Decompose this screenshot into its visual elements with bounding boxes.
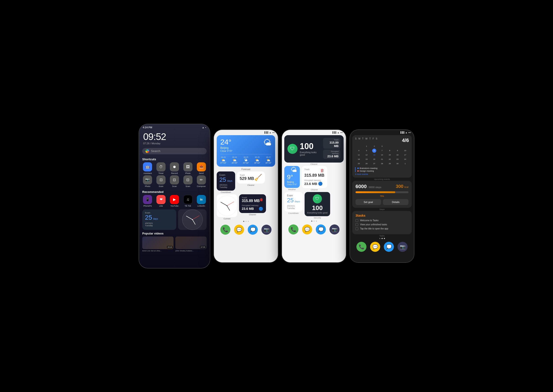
p3-occ-val: 23.6 MB: [325, 154, 339, 158]
p4-calendar-widget: SMTWTFS 4/6 1 2 3 4 5 6 7 8: [352, 135, 412, 178]
p3-dock-msg[interactable]: 💬: [302, 224, 312, 234]
p1-search-bar[interactable]: Search: [142, 148, 207, 154]
app-tiktok[interactable]: ♫ Tik Tok: [182, 195, 194, 207]
p4-cal-10: 7: [380, 149, 384, 153]
p4-checkbox-1[interactable]: [356, 219, 358, 222]
p3-countdown-label: Countdown: [284, 212, 303, 214]
forecast-temp-4: 29°/18°: [254, 162, 260, 164]
p2-countdown-container: Exam 25 days 4/6/2021 Tuesday Countdown: [217, 171, 235, 193]
app-like[interactable]: ❤ Like: [155, 195, 167, 207]
p3-cl-trash-icon: 🗑: [320, 168, 324, 173]
app-scan1[interactable]: ⊡ Scan: [155, 175, 167, 188]
video-duration-2: 07:55: [200, 246, 206, 248]
p4-cal-grid: 1 2 3 4 5 6 7 8 9 10 11 12 13 14: [355, 144, 409, 166]
p2-forecast-row: 06-23 ⛅ 27°/18° 06-24 ⛅ 28°/20° 06-25 🌦 …: [220, 154, 272, 164]
p3-dock-phone[interactable]: 📞: [288, 224, 298, 234]
app-photo2[interactable]: 📷 Photo: [141, 175, 154, 188]
p4-cal-17: 14: [380, 153, 384, 157]
p2-dock-msg[interactable]: 💬: [234, 225, 244, 235]
p2-row-2: Current Trash 315.89 MB 🗑: [217, 194, 275, 220]
app-photo[interactable]: 🖼 Photo: [182, 162, 194, 175]
video-title-1: Avicii Live Set at Ultra...: [142, 250, 174, 252]
p2-weather-info: 24° Beijing Clear 9°/0°: [220, 138, 232, 152]
p4-kcal-unit: kcal: [404, 186, 408, 188]
app-record[interactable]: ⏺ Record: [168, 162, 181, 175]
p3-cd-days: 25: [287, 197, 294, 204]
p3-dock-camera[interactable]: 📷: [329, 224, 340, 234]
p4-set-goal-btn[interactable]: Set goal: [356, 199, 381, 205]
p3-dock-chat[interactable]: 💭: [316, 224, 326, 234]
p3-cl-occ-row: Occupied memory 23.6 MB 🔵: [304, 179, 324, 186]
phone-4-screen: ▐▐▐ ▲ ▪▪▪ SMTWTFS 4/6 1 2 3: [350, 130, 414, 262]
p4-cal-23: 20: [372, 157, 376, 161]
app-send[interactable]: 📤 Send: [195, 162, 208, 175]
p4-more-events: 3 more events: [355, 173, 409, 175]
p4-cal-header: SMTWTFS 4/6: [355, 137, 409, 143]
compose-icon: ✏: [197, 175, 206, 184]
p4-progress-pct: 75%: [356, 195, 408, 197]
phone-2: ▐▐▐ ▲ ▪▪▪ 24° Beijing Clear 9°/0° 🌤: [214, 130, 278, 262]
p2-dock-chat[interactable]: 💭: [248, 225, 258, 235]
p1-countdown-date: 4/6/2021 Tuesday: [145, 222, 174, 227]
app-timer[interactable]: ⏱ Timer: [155, 162, 167, 175]
p2-dot-1: [243, 221, 244, 222]
p4-task-text-1: Welcome to Tasks: [360, 219, 378, 222]
app-assistant[interactable]: 🤖 Assistant: [141, 162, 154, 175]
p2-condition: Clear 9°/0°: [220, 150, 232, 152]
p4-event-1: Brainstorm meeting: [357, 167, 409, 169]
forecast-day-3: 06-25 🌦 32°/18°: [243, 156, 249, 164]
status-bar-1: 4:24 PM ▲ ▪: [139, 124, 210, 130]
p2-hour-hand: [227, 205, 230, 211]
p4-event-dot-1: [357, 168, 359, 169]
p4-steps-label: Steps: [350, 208, 414, 210]
p4-details-btn[interactable]: Details: [383, 199, 408, 205]
p4-dock-msg[interactable]: 💬: [370, 242, 380, 252]
video-item-1[interactable]: 05:20 Avicii Live Set at Ultra...: [142, 237, 174, 252]
p1-popular-section: Popular videos 05:20 Avicii Live Set at …: [139, 231, 210, 253]
app-scan3[interactable]: ⊡ Scan: [182, 175, 194, 188]
p2-analog-clock: [217, 196, 237, 216]
p4-dock-camera[interactable]: 📷: [398, 242, 407, 252]
phone-3: ▐▐▐ ▲ ▪▪▪ 🛡 100 Everything looks good Tr…: [282, 130, 346, 262]
forecast-temp-5: 28°/16°: [266, 162, 272, 164]
p4-cal-29: 26: [364, 162, 369, 166]
p4-cal-32: 29: [388, 162, 392, 166]
p4-checkbox-3[interactable]: [356, 227, 358, 230]
p4-steps-max: / 8000 steps: [368, 186, 381, 189]
p2-dock-phone[interactable]: 📞: [220, 225, 230, 235]
clock-center: [192, 219, 193, 220]
p4-cal-11: 8: [388, 149, 392, 153]
p2-trash-info: Trash 315.89 MB: [242, 196, 260, 203]
timer-label: Timer: [158, 172, 164, 175]
app-phonepe[interactable]: 📱 PhonePe: [141, 195, 154, 207]
p2-dock-camera[interactable]: 📷: [261, 225, 272, 235]
scan2-label: Scan: [172, 185, 177, 188]
p2-cleaner1-top: Trash 529 MB 🧹: [240, 174, 262, 181]
status-bar-4: ▐▐▐ ▲ ▪▪▪: [350, 130, 414, 134]
p4-dock-phone[interactable]: 📞: [357, 242, 366, 252]
photo2-label: Photo: [145, 185, 150, 188]
app-scan2[interactable]: ⊡ Scan: [168, 175, 181, 188]
p4-task-text-3: Tap the title to open the app: [360, 227, 388, 230]
p3-sec-circle: 🛡: [313, 194, 322, 203]
p3-occ-label: Occupied memory: [325, 150, 339, 154]
p2-clock-label: Current: [217, 217, 237, 220]
p3-cd-days-row: 25 days: [287, 197, 300, 204]
app-compose[interactable]: ✏ Compose: [195, 175, 208, 188]
p4-checkbox-2[interactable]: [356, 223, 358, 226]
app-linkedin[interactable]: in LinkedIn: [195, 195, 208, 207]
p4-signal-icon: ▐▐▐: [400, 131, 404, 133]
p4-dock-chat[interactable]: 💭: [384, 242, 394, 252]
video-item-2[interactable]: 07:55 (Dire Straits) Sultans...: [175, 237, 207, 252]
p4-cal-4: 3: [380, 144, 384, 148]
p3-cleaner-container: Trash 🗑 315.89 MB Occupied memory 23.6 M…: [302, 166, 327, 192]
minute-hand: [186, 216, 192, 220]
forecast-day-1: 06-23 ⛅ 27°/18°: [220, 156, 226, 164]
p4-event-2: Design meeting: [357, 170, 409, 172]
p2-cleaner1-icon: 🧹: [254, 174, 262, 181]
p2-row-1: Exam 25 days 4/6/2021 Tuesday Countdown: [217, 171, 275, 193]
recommended-grid: 📱 PhonePe ❤ Like ▶ YouTube ♫ Tik Tok in: [139, 195, 210, 209]
p3-security-circle: 🛡: [287, 144, 298, 154]
app-youtube[interactable]: ▶ YouTube: [168, 195, 181, 207]
youtube-icon: ▶: [170, 195, 179, 204]
